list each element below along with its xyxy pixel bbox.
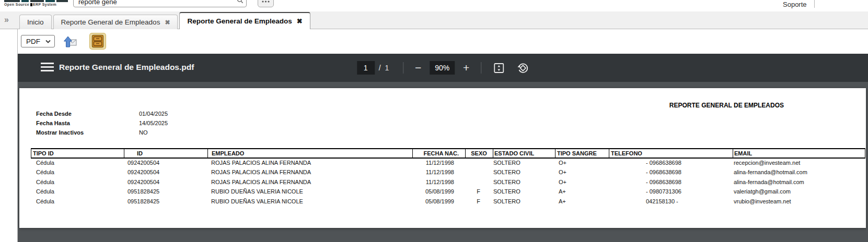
pdf-viewer-body[interactable]: REPORTE GENERAL DE EMPLEADOS Fecha Desde… <box>18 82 868 242</box>
report-cell: RUBIO DUEÑAS VALERIA NICOLE <box>211 188 303 195</box>
report-cell: recepcion@investeam.net <box>734 160 800 166</box>
report-cell: O+ <box>559 169 566 175</box>
archive-button[interactable] <box>90 33 106 49</box>
report-cell: RUBIO DUEÑAS VALERIA NICOLE <box>211 198 303 204</box>
pdf-file-title: Reporte General de Empleados.pdf <box>59 63 194 72</box>
format-select-value: PDF <box>26 38 40 45</box>
column-header: EMPLEADO <box>212 150 244 156</box>
rotate-icon <box>517 62 529 74</box>
report-cell: - 0968638698 <box>646 160 681 166</box>
column-header: ESTADO CIVIL <box>494 150 534 156</box>
column-header: TELEFONO <box>611 150 642 156</box>
controls-divider <box>403 62 403 74</box>
report-cell: 05/08/1999 <box>412 188 465 195</box>
report-cell: 0951828425 <box>128 198 159 204</box>
column-header: TIPO SANGRE <box>557 150 597 156</box>
report-cell: A+ <box>559 198 566 204</box>
report-cell: alina-fernada@hotmail.com <box>734 179 804 185</box>
tab-reporte-general-2-active[interactable]: Reporte General de Empleados ✖ <box>179 12 310 29</box>
filter-label: Fecha Hasta <box>36 120 70 126</box>
report-cell: 042158130 - <box>646 198 678 204</box>
report-cell: 11/12/1998 <box>412 179 465 185</box>
fit-to-page-button[interactable] <box>493 63 504 74</box>
tab-close-icon[interactable]: ✖ <box>165 19 170 26</box>
soporte-link[interactable]: Soporte <box>783 1 807 8</box>
topbar-divider <box>814 0 815 8</box>
report-cell: Cédula <box>36 169 54 175</box>
report-rows: Cédula0924200504ROJAS PALACIOS ALINA FER… <box>31 159 865 207</box>
report-cell: F <box>465 188 492 195</box>
report-cell: 0951828425 <box>128 188 159 195</box>
report-row: Cédula0924200504ROJAS PALACIOS ALINA FER… <box>31 168 865 178</box>
search-icon[interactable] <box>237 0 244 6</box>
zoom-out-button[interactable]: − <box>411 62 425 74</box>
apps-grid-button[interactable] <box>258 0 274 7</box>
report-cell: 05/08/1999 <box>412 198 465 204</box>
report-cell: Cédula <box>36 179 54 185</box>
page-number-input[interactable]: 1 <box>357 61 375 75</box>
expand-tabs-chevron[interactable]: » <box>4 15 9 25</box>
report-cell: 11/12/1998 <box>412 160 465 166</box>
chevron-down-icon <box>45 40 51 43</box>
filter-value: 14/05/2025 <box>139 120 168 126</box>
global-search-input[interactable]: reporte gene <box>73 0 247 7</box>
filter-label: Mostrar Inactivos <box>36 129 84 136</box>
search-value: reporte gene <box>78 0 117 6</box>
filter-row: Mostrar Inactivos NO <box>19 129 281 139</box>
column-header: EMAIL <box>734 150 752 156</box>
report-row: Cédula0924200504ROJAS PALACIOS ALINA FER… <box>31 178 865 188</box>
report-cell: O+ <box>559 179 566 185</box>
column-header: TIPO ID <box>33 150 54 156</box>
report-cell: 11/12/1998 <box>412 169 465 175</box>
report-cell: SOLTERO <box>493 160 520 166</box>
report-cell: SOLTERO <box>493 198 520 204</box>
pdf-viewer-toolbar: Reporte General de Empleados.pdf 1 / 1 −… <box>18 54 868 82</box>
report-row: Cédula0951828425RUBIO DUEÑAS VALERIA NIC… <box>31 188 865 197</box>
filter-row: Fecha Desde 01/04/2025 <box>19 111 281 120</box>
filter-row: Fecha Hasta 14/05/2025 <box>19 120 281 129</box>
logo-image-cropped <box>4 0 72 2</box>
report-cell: ROJAS PALACIOS ALINA FERNANDA <box>211 179 311 185</box>
report-cell: Cédula <box>36 160 54 166</box>
format-select[interactable]: PDF <box>21 35 55 47</box>
report-row: Cédula0951828425RUBIO DUEÑAS VALERIA NIC… <box>31 198 865 207</box>
zoom-in-button[interactable]: + <box>459 62 473 74</box>
filter-value: 01/04/2025 <box>139 111 168 117</box>
rotate-button[interactable] <box>517 62 529 74</box>
tab-bar: » Inicio Reporte General de Empleados ✖ … <box>0 11 868 29</box>
tab-inicio[interactable]: Inicio <box>19 15 52 29</box>
controls-divider <box>481 62 481 74</box>
send-mail-button[interactable] <box>62 33 78 49</box>
tab-label: Inicio <box>27 18 44 26</box>
report-cell: A+ <box>559 188 566 195</box>
page-total: / 1 <box>379 64 389 72</box>
report-cell: O+ <box>559 160 566 166</box>
report-cell: vrubio@investeam.net <box>734 198 791 204</box>
tab-label: Reporte General de Empleados <box>187 17 292 25</box>
report-toolbar: PDF <box>18 29 868 54</box>
report-cell: SOLTERO <box>493 188 520 195</box>
pdf-page: REPORTE GENERAL DE EMPLEADOS Fecha Desde… <box>19 88 866 228</box>
filter-value: NO <box>139 129 148 136</box>
logo-tagline: Open SourceERP System <box>4 3 72 6</box>
fit-to-page-icon <box>493 63 504 74</box>
report-cell: ROJAS PALACIOS ALINA FERNANDA <box>211 169 311 175</box>
column-header: ID <box>137 150 143 156</box>
tab-label: Reporte General de Empleados <box>61 18 160 26</box>
report-row: Cédula0924200504ROJAS PALACIOS ALINA FER… <box>31 159 865 168</box>
filter-label: Fecha Desde <box>36 111 72 117</box>
report-table-header: TIPO ID ID EMPLEADO FECHA NAC. SEXO ESTA… <box>31 148 865 159</box>
report-title: REPORTE GENERAL DE EMPLEADOS <box>669 102 784 109</box>
tab-close-icon[interactable]: ✖ <box>297 18 303 25</box>
pdf-controls: 1 / 1 − 90% + <box>357 54 529 82</box>
report-cell: F <box>465 198 492 204</box>
report-cell: ROJAS PALACIOS ALINA FERNANDA <box>211 160 311 166</box>
archive-cabinet-icon <box>91 34 104 48</box>
column-header: FECHA NAC. <box>412 150 465 156</box>
tab-reporte-general-1[interactable]: Reporte General de Empleados ✖ <box>53 15 178 29</box>
report-cell: Cédula <box>36 198 54 204</box>
pdf-menu-button[interactable] <box>41 63 54 74</box>
report-cell: - 0968638698 <box>646 169 681 175</box>
report-cell: SOLTERO <box>493 179 520 185</box>
send-mail-icon <box>63 35 77 48</box>
